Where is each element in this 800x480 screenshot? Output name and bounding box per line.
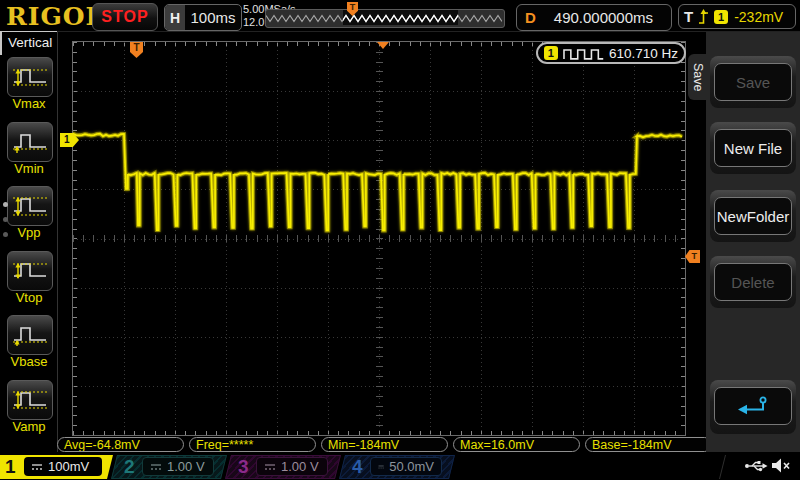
softkey-back[interactable]: [710, 380, 796, 434]
dc-coupling-icon: [264, 463, 276, 471]
trigger-label: T: [684, 8, 693, 25]
softkey-save-label: Save: [736, 74, 770, 91]
page-indicator-dot: [3, 232, 8, 237]
vbase-icon: [11, 319, 49, 351]
menu-item-vpp[interactable]: [7, 186, 53, 226]
freq-counter-channel-badge: 1: [544, 46, 558, 60]
speaker-muted-icon: [770, 457, 792, 474]
measurement-min: Min=-184mV: [321, 437, 448, 452]
measurement-max: Max=16.0mV: [453, 437, 580, 452]
channel4-number: 4: [352, 456, 363, 478]
square-wave-icon: [563, 46, 604, 61]
menu-item-vbase-label: Vbase: [0, 354, 58, 369]
dc-coupling-icon: [378, 463, 384, 471]
rising-edge-icon: [697, 8, 710, 26]
measurement-freq: Freq=*****: [189, 437, 316, 452]
channel3-scale-box: 1.00 V: [256, 457, 328, 476]
run-state-indicator: STOP: [92, 3, 158, 31]
trigger-box: T 1 -232mV: [678, 4, 796, 29]
channel3-number: 3: [238, 456, 249, 478]
vpp-icon: [11, 190, 49, 222]
timebase-box: H 100ms: [164, 4, 242, 31]
trigger-position-marker[interactable]: [377, 42, 389, 49]
delay-label: D: [525, 9, 536, 26]
menu-item-vamp-label: Vamp: [0, 419, 58, 434]
dc-coupling-icon: [31, 463, 43, 471]
frequency-counter: 1 610.710 Hz: [536, 42, 686, 64]
horizontal-label: H: [165, 5, 185, 30]
softkey-save[interactable]: Save: [710, 56, 796, 108]
memory-waveform-preview: [266, 10, 502, 25]
softkey-new-folder-label: NewFolder: [717, 208, 790, 225]
channel4-scale-box: 50.0mV: [370, 457, 442, 476]
channel1-scale: 100mV: [48, 459, 89, 474]
channel2-number: 2: [124, 456, 135, 478]
trigger-level-marker[interactable]: T: [685, 250, 700, 263]
page-indicator-dot: [3, 217, 8, 222]
vtop-icon: [11, 255, 49, 287]
channel2-scale-box: 1.00 V: [142, 457, 214, 476]
topbar-separator: [0, 31, 800, 32]
left-menu-title: Vertical: [8, 35, 52, 50]
channel3-scale: 1.00 V: [281, 459, 319, 474]
graticule: [72, 41, 686, 436]
menu-item-vmax-label: Vmax: [0, 96, 58, 111]
delay-value: 490.000000ms: [536, 9, 671, 26]
left-menu-border: [57, 32, 58, 452]
menu-outline-left: [0, 31, 2, 55]
timebase-value: 100ms: [185, 9, 241, 26]
menu-item-vtop-label: Vtop: [0, 290, 58, 305]
vamp-icon: [11, 384, 49, 416]
return-arrow-icon: [735, 395, 771, 417]
softkey-new-folder[interactable]: NewFolder: [710, 190, 796, 242]
softkey-delete[interactable]: Delete: [710, 256, 796, 308]
menu-item-vpp-label: Vpp: [0, 225, 58, 240]
right-menu-tab: Save: [688, 54, 707, 100]
delay-box: D 490.000000ms: [516, 4, 672, 31]
menu-item-vmax[interactable]: [7, 57, 53, 97]
menu-item-vmin-label: Vmin: [0, 161, 58, 176]
menu-item-vmin[interactable]: [7, 122, 53, 162]
trigger-level-value: -232mV: [734, 9, 783, 25]
menu-item-vamp[interactable]: [7, 380, 53, 420]
right-menu-tab-label: Save: [691, 63, 705, 92]
softkey-new-file[interactable]: New File: [710, 122, 796, 174]
dc-coupling-icon: [150, 463, 162, 471]
measurement-base: Base=-184mV: [585, 437, 712, 452]
page-indicator-dot: [3, 202, 8, 207]
ch1-waveform: [73, 42, 685, 435]
channel4-scale: 50.0mV: [389, 459, 434, 474]
channel2-scale: 1.00 V: [167, 459, 205, 474]
menu-item-vbase[interactable]: [7, 315, 53, 355]
channel1-number: 1: [5, 456, 16, 478]
softkey-delete-label: Delete: [731, 274, 774, 291]
frequency-value: 610.710 Hz: [609, 46, 678, 61]
vmin-icon: [11, 126, 49, 158]
rigol-logo: RIGOL: [6, 2, 104, 31]
vmax-icon: [11, 61, 49, 93]
channel1-scale-box: 100mV: [24, 457, 102, 476]
usb-icon: [744, 459, 768, 473]
softkey-new-file-label: New File: [724, 140, 782, 157]
measurement-avg: Avg=-64.8mV: [57, 437, 184, 452]
menu-item-vtop[interactable]: [7, 251, 53, 291]
trigger-source-badge: 1: [714, 10, 728, 24]
memory-position-strip[interactable]: [265, 9, 505, 28]
menu-outline-top: [0, 31, 57, 32]
